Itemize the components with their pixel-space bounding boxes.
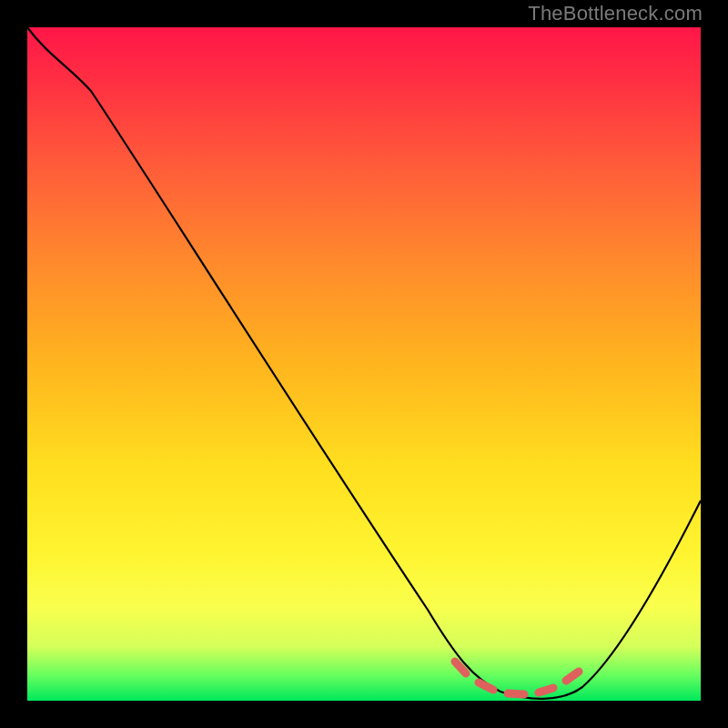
bottleneck-curve-svg — [27, 27, 701, 701]
chart-frame: TheBottleneck.com — [0, 0, 728, 728]
watermark-text: TheBottleneck.com — [528, 2, 703, 25]
optimal-range-marker — [455, 662, 579, 694]
bottleneck-curve-line — [27, 27, 701, 699]
plot-area — [27, 27, 701, 701]
